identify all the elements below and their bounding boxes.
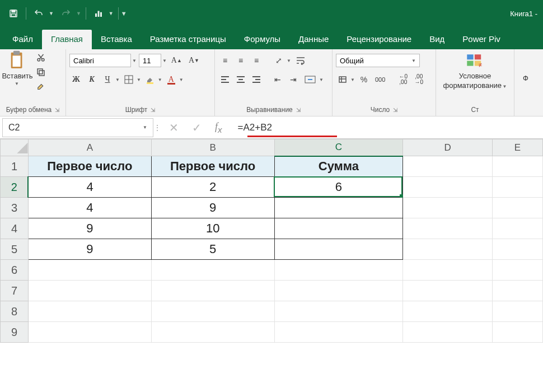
align-center-icon[interactable] [234, 73, 247, 86]
increase-font-icon[interactable]: A▲ [169, 54, 184, 67]
row-header-4[interactable]: 4 [1, 218, 29, 239]
cell-A1[interactable]: Первое число [28, 156, 151, 177]
cell-C8[interactable] [274, 301, 403, 322]
row-header-8[interactable]: 8 [1, 301, 29, 322]
column-header-B[interactable]: B [151, 139, 274, 156]
cell-D6[interactable] [403, 260, 493, 281]
cell-A6[interactable] [28, 260, 151, 281]
decrease-indent-icon[interactable]: ⇤ [271, 73, 284, 86]
align-left-icon[interactable] [218, 73, 232, 86]
column-header-D[interactable]: D [403, 139, 493, 156]
cell-B1[interactable]: Первое число [151, 156, 274, 177]
cell-B7[interactable] [151, 281, 274, 301]
cell-E2[interactable] [493, 177, 543, 198]
cell-C9[interactable] [274, 322, 403, 343]
tab-page-layout[interactable]: Разметка страницы [141, 30, 235, 49]
font-name-input[interactable] [69, 54, 131, 67]
cell-D4[interactable] [403, 218, 493, 239]
cell-D8[interactable] [403, 301, 493, 322]
cancel-formula-icon[interactable]: ✕ [169, 121, 179, 134]
orientation-dropdown[interactable]: ▼ [287, 58, 291, 63]
conditional-formatting-button[interactable]: ≠ Условное форматирование ▼ [442, 52, 509, 90]
enter-formula-icon[interactable]: ✓ [192, 121, 202, 134]
cell-D5[interactable] [403, 239, 493, 260]
underline-dropdown[interactable]: ▼ [115, 77, 120, 82]
font-name-dropdown[interactable]: ▼ [132, 58, 137, 63]
wrap-text-icon[interactable] [293, 54, 308, 67]
cell-C3[interactable] [274, 198, 403, 218]
cell-B9[interactable] [151, 322, 274, 343]
row-header-7[interactable]: 7 [1, 281, 29, 301]
undo-dropdown[interactable]: ▼ [49, 11, 54, 16]
cell-C2[interactable]: 6 [274, 177, 403, 198]
select-all-button[interactable] [1, 139, 29, 156]
name-box[interactable]: C2 ▼ [2, 118, 153, 137]
font-size-dropdown[interactable]: ▼ [162, 58, 167, 63]
decrease-decimal-icon[interactable]: ,00→0 [412, 73, 425, 86]
cell-B8[interactable] [151, 301, 274, 322]
cell-A8[interactable] [28, 301, 151, 322]
cell-E9[interactable] [493, 322, 543, 343]
accounting-format-icon[interactable] [336, 73, 349, 86]
cell-D2[interactable] [403, 177, 493, 198]
underline-button[interactable]: Ч [101, 73, 114, 86]
alignment-dialog-launcher[interactable]: ⇲ [296, 107, 301, 113]
paste-button[interactable]: Вставить ▼ [3, 52, 31, 86]
formula-input[interactable] [232, 118, 543, 137]
column-header-E[interactable]: E [493, 139, 543, 156]
cell-E7[interactable] [493, 281, 543, 301]
font-color-dropdown[interactable]: ▼ [179, 77, 184, 82]
comma-format-icon[interactable]: 000 [373, 73, 387, 86]
cell-D7[interactable] [403, 281, 493, 301]
row-header-2[interactable]: 2 [1, 177, 29, 198]
number-dialog-launcher[interactable]: ⇲ [393, 107, 397, 113]
tab-formulas[interactable]: Формулы [235, 30, 289, 49]
cell-C7[interactable] [274, 281, 403, 301]
insert-function-icon[interactable]: fx [215, 121, 222, 134]
cell-B4[interactable]: 10 [151, 218, 274, 239]
tab-file[interactable]: Файл [3, 30, 42, 49]
increase-indent-icon[interactable]: ⇥ [287, 73, 300, 86]
cell-B5[interactable]: 5 [151, 239, 274, 260]
number-format-select[interactable]: Общий ▼ [336, 54, 420, 67]
cell-C6[interactable] [274, 260, 403, 281]
align-bottom-icon[interactable]: ≡ [250, 54, 263, 67]
format-as-table-button[interactable]: Ф [518, 74, 533, 82]
font-color-icon[interactable]: A [165, 73, 178, 86]
cell-B3[interactable]: 9 [151, 198, 274, 218]
cell-E6[interactable] [493, 260, 543, 281]
fill-color-dropdown[interactable]: ▼ [158, 77, 162, 82]
font-size-input[interactable] [139, 54, 161, 67]
chart-icon[interactable] [91, 6, 106, 21]
cut-icon[interactable] [35, 52, 47, 64]
tab-home[interactable]: Главная [42, 30, 92, 49]
cell-A5[interactable]: 9 [28, 239, 151, 260]
bold-button[interactable]: Ж [69, 73, 83, 86]
copy-icon[interactable] [35, 66, 47, 78]
merge-cells-icon[interactable] [302, 73, 318, 86]
fill-color-icon[interactable] [143, 73, 157, 86]
align-right-icon[interactable] [250, 73, 263, 86]
column-header-A[interactable]: A [28, 139, 151, 156]
tab-view[interactable]: Вид [420, 30, 453, 49]
cell-E4[interactable] [493, 218, 543, 239]
tab-powerpivot[interactable]: Power Piv [453, 30, 509, 49]
name-box-dropdown[interactable]: ▼ [143, 125, 147, 130]
spreadsheet-grid[interactable]: A B C D E 1 Первое число Первое число Су… [0, 139, 543, 343]
tab-review[interactable]: Рецензирование [338, 30, 420, 49]
paste-dropdown[interactable]: ▼ [15, 81, 19, 86]
cell-D1[interactable] [403, 156, 493, 177]
cell-E3[interactable] [493, 198, 543, 218]
row-header-5[interactable]: 5 [1, 239, 29, 260]
borders-icon[interactable] [122, 73, 135, 86]
cell-D3[interactable] [403, 198, 493, 218]
row-header-9[interactable]: 9 [1, 322, 29, 343]
accounting-dropdown[interactable]: ▼ [350, 77, 355, 82]
cell-A9[interactable] [28, 322, 151, 343]
cell-C1[interactable]: Сумма [274, 156, 403, 177]
cell-A4[interactable]: 9 [28, 218, 151, 239]
undo-icon[interactable] [31, 6, 46, 21]
cell-A7[interactable] [28, 281, 151, 301]
cell-A3[interactable]: 4 [28, 198, 151, 218]
cell-C5[interactable] [274, 239, 403, 260]
